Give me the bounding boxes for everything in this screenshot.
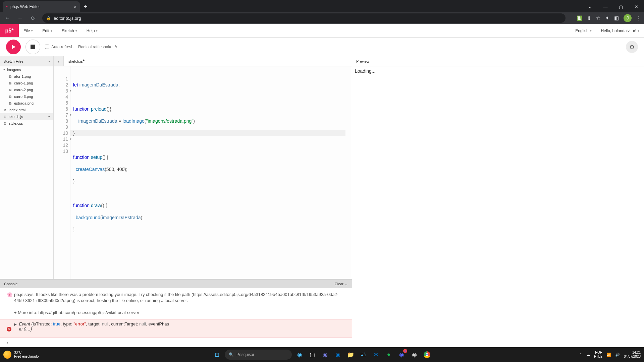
user-greeting[interactable]: Hello, holandajvitor!▾ <box>596 24 644 37</box>
console-clear-button[interactable]: Clear ⌄ <box>335 282 348 286</box>
browser-tab[interactable]: * p5.js Web Editor × <box>3 1 80 12</box>
new-tab-button[interactable]: + <box>80 1 92 12</box>
taskbar-search[interactable]: 🔍 Pesquisar <box>225 350 292 360</box>
files-header[interactable]: Sketch Files ▾ <box>0 56 54 66</box>
sun-icon <box>3 351 11 359</box>
menu-file[interactable]: File▾ <box>19 24 38 37</box>
maximize-icon[interactable]: ▢ <box>613 1 629 12</box>
line-gutter: 12345678910111213 <box>54 66 70 279</box>
translate-icon[interactable]: 🈯 <box>577 15 582 21</box>
browser-chrome: * p5.js Web Editor × + ⌄ — ▢ ✕ ← → ⟳ 🔒 e… <box>0 0 644 24</box>
file-tree-folder[interactable]: imagens <box>0 66 53 73</box>
expand-icon[interactable]: ▶ <box>14 322 17 326</box>
taskbar-app-mail[interactable]: ✉ <box>371 350 381 360</box>
stop-button[interactable] <box>25 40 40 54</box>
console-body: 🌸 p5.js says: It looks like there was a … <box>0 288 352 338</box>
file-tree-item-active[interactable]: sketch.js▾ <box>0 113 53 120</box>
file-tree-item[interactable]: index.html <box>0 107 53 113</box>
minimize-icon[interactable]: — <box>598 1 613 12</box>
language-select[interactable]: English▾ <box>571 24 596 37</box>
extensions-icon[interactable]: ✦ <box>605 15 609 21</box>
p5-logo[interactable]: p5* <box>0 24 19 37</box>
weather-widget[interactable]: 33°C Pred ensolarado <box>3 351 39 359</box>
chevron-down-icon[interactable]: ⌄ <box>582 1 598 12</box>
console-message: 🌸 p5.js says: It looks like there was a … <box>0 288 352 319</box>
console-title: Console <box>4 282 17 286</box>
caret-icon: ▾ <box>51 29 52 33</box>
reload-button[interactable]: ⟳ <box>28 13 38 23</box>
taskbar-app-store[interactable]: 🛍 <box>358 350 368 360</box>
auto-refresh-label: Auto-refresh <box>51 45 73 49</box>
caret-icon: ▾ <box>96 29 98 33</box>
tab-strip: * p5.js Web Editor × + ⌄ — ▢ ✕ <box>0 0 644 12</box>
console-input[interactable]: › <box>0 338 352 347</box>
preview-pane: Preview Loading... <box>352 56 644 347</box>
chevron-left-icon: ‹ <box>58 59 59 64</box>
chevron-down-icon[interactable]: ▾ <box>48 59 50 63</box>
editor-tab[interactable]: sketch.js• <box>64 56 89 66</box>
console-error[interactable]: ✕ ▶ Event {isTrusted: true, type: "error… <box>0 319 352 338</box>
tray-chevron-icon[interactable]: ⌃ <box>579 353 582 357</box>
file-tree-item[interactable]: style.css <box>0 120 53 127</box>
menu-sketch[interactable]: Sketch▾ <box>57 24 82 37</box>
bookmark-icon[interactable]: ☆ <box>596 15 600 21</box>
close-tab-icon[interactable]: × <box>74 4 76 9</box>
back-button[interactable]: ← <box>3 13 12 23</box>
console: Console Clear ⌄ 🌸 p5.js says: It looks l… <box>0 279 352 347</box>
taskbar-app-bing[interactable]: ◉ <box>294 350 305 360</box>
caret-icon: ▾ <box>638 29 639 33</box>
close-window-icon[interactable]: ✕ <box>629 1 644 12</box>
taskbar-app-teams[interactable]: ◉ <box>320 350 330 360</box>
file-tree-item[interactable]: ator-1.png <box>0 73 53 80</box>
start-button[interactable]: ⊞ <box>212 350 222 360</box>
taskbar-app-steam[interactable]: ◉ <box>409 350 419 360</box>
preview-body: Loading... <box>352 66 644 76</box>
share-icon[interactable]: ⇧ <box>587 15 591 21</box>
file-tree-item[interactable]: carro-2.png <box>0 86 53 93</box>
tray-wifi-icon[interactable]: 📶 <box>606 353 611 357</box>
file-tree-item[interactable]: carro-1.png <box>0 80 53 86</box>
play-button[interactable] <box>6 40 21 54</box>
lock-icon: 🔒 <box>46 16 51 20</box>
tray-volume-icon[interactable]: 🔊 <box>615 353 620 357</box>
menu-help[interactable]: Help▾ <box>82 24 103 37</box>
weather-desc: Pred ensolarado <box>14 355 39 359</box>
caret-icon: ▾ <box>590 29 592 33</box>
file-tree: imagens ator-1.png carro-1.png carro-2.p… <box>0 66 54 279</box>
tray-clock[interactable]: 14:21 04/07/2023 <box>624 351 641 359</box>
chevron-down-icon[interactable]: ▾ <box>48 115 50 118</box>
taskbar-app-discord[interactable]: ◉4 <box>396 350 407 360</box>
preview-header: Preview <box>352 56 644 66</box>
url-text: editor.p5js.org <box>54 16 81 21</box>
file-tree-item[interactable]: carro-3.png <box>0 93 53 100</box>
console-header: Console Clear ⌄ <box>0 280 352 288</box>
settings-button[interactable]: ⚙ <box>626 41 638 53</box>
code-content[interactable]: let imagemDaEstrada; function preload(){… <box>70 66 345 279</box>
tray-language[interactable]: POR PTB2 <box>594 351 602 359</box>
profile-avatar[interactable]: J <box>624 14 632 22</box>
url-input[interactable]: 🔒 editor.p5js.org <box>42 13 566 23</box>
forward-button[interactable]: → <box>15 13 25 23</box>
weather-temp: 33°C <box>14 351 39 355</box>
taskbar-app-taskview[interactable]: ▢ <box>307 350 317 360</box>
taskbar-app-edge[interactable]: ◉ <box>333 350 343 360</box>
edit-icon[interactable]: ✎ <box>114 45 117 49</box>
caret-icon: ▾ <box>31 29 33 33</box>
file-tree-item[interactable]: estrada.png <box>0 100 53 107</box>
collapse-sidebar-button[interactable]: ‹ <box>54 56 64 66</box>
taskbar-center: ⊞ 🔍 Pesquisar ◉ ▢ ◉ ◉ 📁 🛍 ✉ ● ◉4 ◉ <box>212 350 432 360</box>
sidepanel-icon[interactable]: ◧ <box>614 15 619 21</box>
stop-icon <box>31 45 35 49</box>
auto-refresh-checkbox[interactable] <box>45 45 49 49</box>
auto-refresh-toggle[interactable]: Auto-refresh <box>45 45 73 49</box>
tray-onedrive-icon[interactable]: ☁ <box>586 353 590 357</box>
taskbar-app-chrome[interactable] <box>422 350 432 360</box>
system-tray: ⌃ ☁ POR PTB2 📶 🔊 14:21 04/07/2023 <box>579 351 641 359</box>
taskbar-app-explorer[interactable]: 📁 <box>345 350 356 360</box>
dirty-indicator: • <box>83 59 85 62</box>
taskbar-app-spotify[interactable]: ● <box>384 350 394 360</box>
code-editor[interactable]: 12345678910111213 let imagemDaEstrada; f… <box>54 66 352 279</box>
sketch-name[interactable]: Radical rattlesnake ✎ <box>78 45 117 49</box>
menu-edit[interactable]: Edit▾ <box>38 24 57 37</box>
kebab-menu-icon[interactable]: ⋮ <box>636 15 641 21</box>
